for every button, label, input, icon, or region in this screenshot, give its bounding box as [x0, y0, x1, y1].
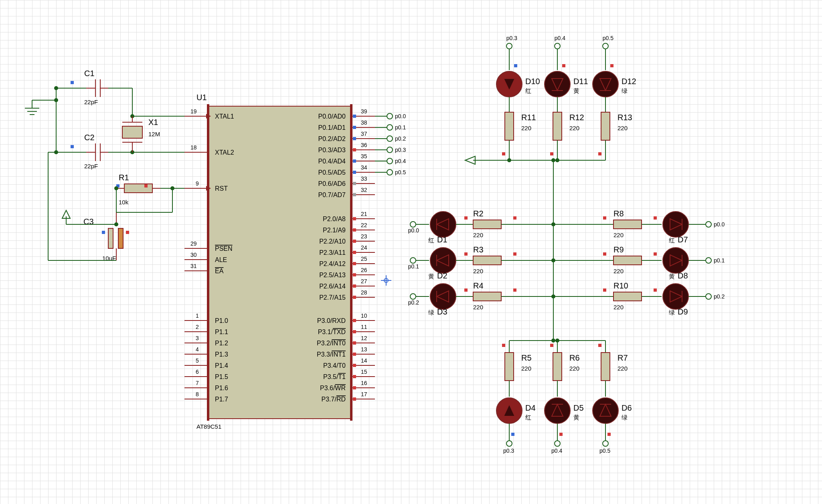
svg-rect-139: [353, 386, 356, 389]
svg-point-374: [706, 294, 711, 299]
lights-mid: p0.0 红D1 R2220 p0.1 黄D2 R3220 p0.2 绿D3 R…: [408, 209, 725, 316]
svg-point-286: [410, 222, 416, 227]
svg-text:3: 3: [196, 335, 199, 341]
svg-rect-367: [654, 288, 657, 292]
svg-rect-247: [505, 112, 514, 140]
svg-text:p0.5: p0.5: [395, 169, 406, 175]
svg-text:R10: R10: [613, 281, 628, 290]
svg-rect-352: [654, 252, 657, 256]
mcu-u1: U1 AT89C51 19 XTAL1 18 XTAL2 9 RST 29PSE…: [184, 93, 375, 430]
svg-rect-119: [353, 330, 356, 333]
svg-text:18: 18: [190, 144, 197, 151]
u1-ref: U1: [196, 93, 207, 102]
svg-point-230: [114, 222, 118, 226]
svg-rect-222: [126, 231, 129, 234]
svg-text:220: 220: [473, 304, 483, 310]
svg-rect-123: [353, 341, 356, 345]
svg-text:黄: 黄: [428, 273, 434, 280]
svg-text:220: 220: [521, 365, 531, 372]
svg-text:P3.5/T1: P3.5/T1: [323, 373, 346, 380]
svg-rect-329: [513, 288, 516, 292]
svg-text:R4: R4: [473, 281, 484, 290]
svg-text:P3.6/WR: P3.6/WR: [320, 385, 346, 391]
svg-text:绿: 绿: [428, 309, 434, 316]
svg-text:D5: D5: [573, 403, 584, 412]
svg-rect-380: [502, 344, 505, 347]
u1-part: AT89C51: [196, 423, 221, 430]
svg-text:红: 红: [669, 237, 675, 244]
svg-text:P2.7/A15: P2.7/A15: [319, 294, 346, 301]
svg-text:220: 220: [473, 268, 483, 274]
p0-terminals: p0.0 p0.1 p0.2 p0.3 p0.4 p0.5: [375, 113, 406, 175]
svg-text:红: 红: [525, 414, 531, 421]
svg-text:R7: R7: [618, 353, 628, 362]
svg-text:33: 33: [361, 175, 367, 182]
svg-text:22pF: 22pF: [84, 99, 98, 105]
led-d8: [663, 248, 688, 273]
svg-rect-333: [613, 220, 642, 229]
svg-rect-51: [353, 115, 356, 118]
svg-text:R1: R1: [119, 173, 129, 182]
svg-text:11: 11: [361, 324, 367, 330]
svg-text:P2.3/A11: P2.3/A11: [319, 249, 346, 256]
svg-rect-310: [473, 256, 501, 265]
svg-rect-75: [353, 182, 356, 185]
svg-rect-83: [353, 217, 356, 220]
svg-text:D12: D12: [622, 77, 636, 86]
svg-rect-107: [353, 284, 356, 288]
gnd-icon: [25, 100, 39, 115]
svg-text:P3.7/RD: P3.7/RD: [322, 396, 346, 403]
svg-point-377: [551, 339, 555, 343]
svg-text:25: 25: [361, 256, 367, 262]
schematic-canvas[interactable]: U1 AT89C51 19 XTAL1 18 XTAL2 9 RST 29PSE…: [0, 0, 822, 504]
svg-rect-282: [598, 152, 601, 155]
svg-text:36: 36: [361, 142, 367, 148]
svg-text:2: 2: [196, 324, 199, 330]
svg-rect-271: [610, 64, 613, 67]
svg-point-252: [555, 43, 560, 49]
svg-text:p0.5: p0.5: [603, 35, 613, 41]
svg-text:P2.2/A10: P2.2/A10: [319, 238, 346, 245]
svg-text:黄: 黄: [573, 87, 579, 94]
svg-text:D7: D7: [678, 235, 688, 244]
svg-text:14: 14: [361, 357, 367, 364]
svg-rect-298: [464, 216, 468, 220]
cap-c1: C1 22pF: [56, 69, 108, 105]
svg-text:15: 15: [361, 369, 367, 375]
svg-text:绿: 绿: [622, 414, 628, 421]
svg-point-235: [551, 158, 555, 162]
svg-text:p0.5: p0.5: [599, 448, 610, 454]
svg-text:7: 7: [196, 380, 199, 386]
svg-text:P3.4/T0: P3.4/T0: [323, 362, 346, 369]
svg-text:红: 红: [525, 87, 531, 94]
svg-text:P2.0/A8: P2.0/A8: [323, 216, 346, 222]
svg-rect-59: [353, 137, 356, 140]
svg-text:P0.5/AD5: P0.5/AD5: [318, 169, 346, 176]
svg-rect-221: [102, 231, 105, 234]
svg-point-195: [54, 86, 58, 90]
svg-rect-362: [603, 288, 606, 292]
svg-text:p0.3: p0.3: [395, 147, 406, 153]
svg-text:8: 8: [196, 391, 199, 397]
svg-text:C1: C1: [84, 69, 95, 78]
led-d11: [545, 71, 570, 97]
led-d10: [496, 71, 522, 97]
svg-text:P0.0/AD0: P0.0/AD0: [318, 113, 346, 120]
svg-rect-240: [514, 64, 517, 67]
svg-text:D1: D1: [437, 235, 447, 244]
svg-text:10k: 10k: [119, 199, 129, 206]
svg-text:PSEN: PSEN: [215, 245, 233, 252]
led-d12: [593, 71, 618, 97]
svg-point-392: [506, 441, 512, 446]
svg-text:220: 220: [569, 125, 579, 131]
svg-point-359: [706, 258, 711, 263]
svg-rect-395: [550, 344, 553, 347]
led-d3: [430, 284, 456, 309]
svg-rect-217: [118, 228, 123, 248]
svg-text:p0.1: p0.1: [408, 263, 419, 270]
svg-rect-131: [353, 364, 356, 367]
svg-rect-216: [108, 228, 113, 248]
svg-text:16: 16: [361, 380, 367, 386]
svg-text:P0.1/AD1: P0.1/AD1: [318, 124, 346, 131]
svg-text:27: 27: [361, 278, 367, 284]
